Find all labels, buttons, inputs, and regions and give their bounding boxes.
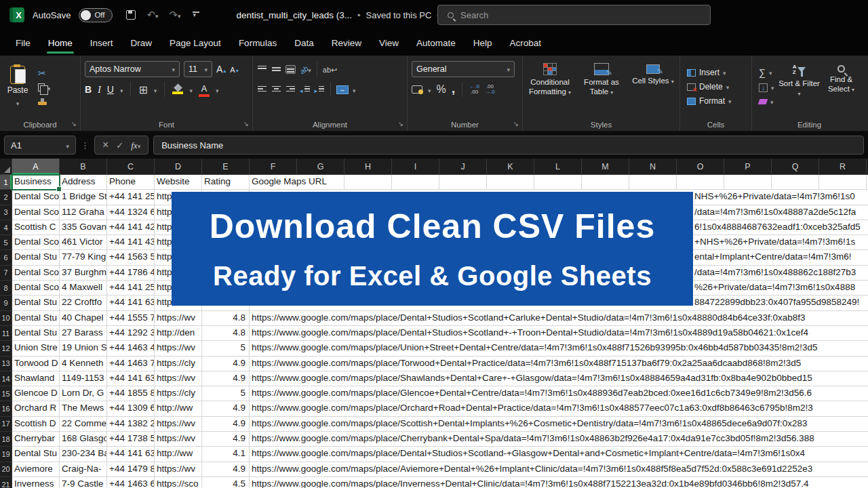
cell-C12[interactable]: +44 1463 4 bbox=[107, 341, 155, 355]
cell-D10[interactable]: https://wv bbox=[155, 311, 202, 325]
cell-F17[interactable]: https://www.google.com/maps/place/Scotti… bbox=[250, 417, 297, 431]
cell-B19[interactable]: 230-234 Ba bbox=[60, 447, 107, 461]
cell-D11[interactable]: http://den bbox=[155, 326, 202, 340]
cell-styles-button[interactable]: Cell Styles bbox=[627, 59, 679, 115]
row-header-12[interactable]: 12 bbox=[0, 341, 12, 356]
cell-F18[interactable]: https://www.google.com/maps/place/Cherry… bbox=[250, 432, 297, 446]
column-header-G[interactable]: G bbox=[297, 159, 344, 174]
align-middle-button[interactable] bbox=[271, 65, 281, 74]
tab-home[interactable]: Home bbox=[39, 30, 81, 56]
merge-center-button[interactable]: ↔ bbox=[336, 85, 349, 94]
cell-B2[interactable]: 1 Bridge St bbox=[60, 190, 107, 204]
excel-app-icon[interactable]: X bbox=[9, 7, 24, 22]
column-header-R[interactable]: R bbox=[819, 159, 867, 174]
font-color-button[interactable] bbox=[199, 82, 210, 97]
fill-color-button[interactable] bbox=[172, 85, 183, 94]
tab-draw[interactable]: Draw bbox=[122, 30, 161, 56]
cell-A11[interactable]: Dental Stu bbox=[12, 326, 60, 340]
cell-A3[interactable]: Dental Sco bbox=[12, 205, 60, 220]
cell-E21[interactable]: 4.5 bbox=[202, 477, 250, 488]
cell-A17[interactable]: Scottish D bbox=[12, 417, 60, 431]
cell-B12[interactable]: 19 Union S bbox=[60, 341, 107, 355]
tab-view[interactable]: View bbox=[370, 30, 408, 56]
cell-B16[interactable]: The Mews bbox=[60, 401, 107, 415]
cell-C15[interactable]: +44 1855 8 bbox=[107, 386, 155, 401]
cell-F10[interactable]: https://www.google.com/maps/place/Dental… bbox=[250, 311, 297, 325]
dialog-launcher-icon[interactable] bbox=[71, 120, 77, 127]
cell-E20[interactable]: 4.9 bbox=[202, 462, 250, 476]
cell-C4[interactable]: +44 141 42 bbox=[107, 220, 155, 235]
cell-B10[interactable]: 40 Chapel bbox=[60, 311, 107, 325]
align-top-button[interactable] bbox=[257, 65, 267, 74]
cell-F11[interactable]: https://www.google.com/maps/place/Dental… bbox=[250, 326, 297, 340]
cell-B21[interactable]: 7-9 Castle bbox=[60, 477, 107, 488]
cell-A7[interactable]: Dental Sco bbox=[12, 266, 60, 280]
column-header-J[interactable]: J bbox=[439, 159, 487, 174]
cell-E17[interactable]: 4.9 bbox=[202, 417, 250, 431]
decrease-decimal-button[interactable]: .00→.0 bbox=[485, 84, 495, 95]
cell-A10[interactable]: Dental Stu bbox=[12, 311, 60, 325]
cell-C19[interactable]: +44 141 63 bbox=[107, 447, 155, 461]
cell-E12[interactable]: 5 bbox=[202, 341, 250, 355]
row-header-18[interactable]: 18 bbox=[0, 432, 12, 447]
column-header-E[interactable]: E bbox=[202, 159, 250, 174]
cell-F21[interactable]: https://www.google.com/maps/place/Invern… bbox=[250, 477, 297, 488]
tab-acrobat[interactable]: Acrobat bbox=[501, 30, 551, 56]
cell-I1[interactable] bbox=[392, 175, 439, 189]
cell-A8[interactable]: Dental Sco bbox=[12, 281, 60, 295]
column-header-A[interactable]: A bbox=[12, 159, 60, 174]
tab-help[interactable]: Help bbox=[465, 30, 501, 56]
cell-A6[interactable]: Dental Stu bbox=[12, 250, 60, 264]
cell-B13[interactable]: 4 Kenneth bbox=[60, 357, 107, 371]
cell-C20[interactable]: +44 1479 8 bbox=[107, 462, 155, 476]
bold-button[interactable] bbox=[85, 83, 92, 96]
cell-C7[interactable]: +44 1786 4 bbox=[107, 266, 155, 280]
decrease-font-size-button[interactable] bbox=[230, 63, 238, 75]
formula-input[interactable]: Business Name bbox=[153, 136, 864, 155]
cell-C3[interactable]: +44 1324 6 bbox=[107, 205, 155, 220]
cell-A2[interactable]: Dental Sco bbox=[12, 190, 60, 204]
cell-E14[interactable]: 4.9 bbox=[202, 371, 250, 386]
cell-B1[interactable]: Address bbox=[60, 175, 107, 189]
row-header-21[interactable]: 21 bbox=[0, 477, 12, 488]
italic-button[interactable] bbox=[98, 83, 101, 96]
cell-C9[interactable]: +44 141 63 bbox=[107, 296, 155, 310]
wrap-text-button[interactable] bbox=[323, 63, 337, 75]
tab-file[interactable]: File bbox=[7, 30, 39, 56]
cell-C14[interactable]: +44 141 63 bbox=[107, 371, 155, 386]
cell-A21[interactable]: Inverness bbox=[12, 477, 60, 488]
column-header-L[interactable]: L bbox=[534, 159, 582, 174]
cell-B15[interactable]: Lorn Dr, G bbox=[60, 386, 107, 401]
cell-D16[interactable]: http://ww bbox=[155, 401, 202, 415]
tab-page-layout[interactable]: Page Layout bbox=[161, 30, 230, 56]
row-header-17[interactable]: 17 bbox=[0, 417, 12, 432]
row-header-2[interactable]: 2 bbox=[0, 190, 12, 205]
cut-button[interactable] bbox=[38, 68, 51, 78]
cell-E11[interactable]: 4.8 bbox=[202, 326, 250, 340]
cell-A18[interactable]: Cherrybar bbox=[12, 432, 60, 446]
column-header-O[interactable]: O bbox=[677, 159, 724, 174]
format-painter-button[interactable] bbox=[38, 97, 51, 106]
autosum-button[interactable] bbox=[759, 67, 774, 78]
cell-J1[interactable] bbox=[439, 175, 487, 189]
cell-K1[interactable] bbox=[487, 175, 534, 189]
row-header-8[interactable]: 8 bbox=[0, 281, 12, 296]
row-header-19[interactable]: 19 bbox=[0, 447, 12, 462]
cell-E15[interactable]: 5 bbox=[202, 386, 250, 401]
cell-F14[interactable]: https://www.google.com/maps/place/Shawla… bbox=[250, 371, 297, 386]
font-size-combo[interactable]: 11 bbox=[184, 61, 212, 77]
insert-function-button[interactable] bbox=[131, 139, 140, 151]
insert-cells-button[interactable]: Insert bbox=[687, 68, 750, 77]
cell-A1[interactable]: Business bbox=[12, 175, 60, 189]
customize-toolbar-icon[interactable] bbox=[192, 11, 200, 19]
cell-F19[interactable]: https://www.google.com/maps/place/Dental… bbox=[250, 447, 297, 461]
row-header-6[interactable]: 6 bbox=[0, 250, 12, 265]
cell-F20[interactable]: https://www.google.com/maps/place/Aviemo… bbox=[250, 462, 297, 476]
column-header-M[interactable]: M bbox=[582, 159, 629, 174]
cell-C17[interactable]: +44 1382 2 bbox=[107, 417, 155, 431]
cell-B14[interactable]: 1149-1153 bbox=[60, 371, 107, 386]
name-box[interactable]: A1 bbox=[4, 136, 76, 155]
column-header-B[interactable]: B bbox=[60, 159, 107, 174]
cell-C5[interactable]: +44 141 43 bbox=[107, 235, 155, 249]
cell-B3[interactable]: 112 Graha bbox=[60, 205, 107, 220]
